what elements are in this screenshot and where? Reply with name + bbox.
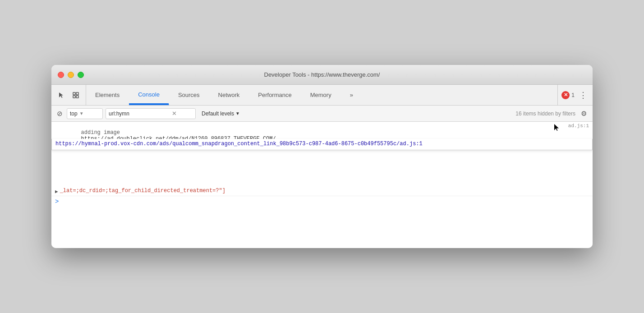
- tab-network[interactable]: Network: [209, 85, 249, 105]
- tab-performance[interactable]: Performance: [249, 85, 301, 105]
- tab-console[interactable]: Console: [129, 85, 169, 105]
- tooltip-url: https://hymnal-prod.vox-cdn.com/ads/qual…: [55, 141, 423, 147]
- error-circle: ✕: [561, 91, 570, 99]
- devtools-window: Developer Tools - https://www.theverge.c…: [51, 65, 593, 248]
- hidden-items-text: 16 items hidden by filters: [515, 110, 575, 117]
- prompt-arrow-icon: >: [55, 198, 59, 205]
- levels-label: Default levels: [202, 110, 234, 117]
- filter-input[interactable]: [109, 110, 172, 117]
- log-prefix: adding image: [81, 129, 120, 136]
- minimize-button[interactable]: [68, 72, 74, 78]
- tab-memory[interactable]: Memory: [301, 85, 341, 105]
- clear-filter-button[interactable]: ✕: [172, 110, 177, 117]
- main-toolbar: Elements Console Sources Network Perform…: [51, 85, 593, 106]
- context-label: top: [70, 110, 78, 117]
- cursor-icon[interactable]: [55, 89, 68, 101]
- tab-more[interactable]: »: [341, 85, 363, 105]
- log-line-2: ▶ _lat=;dc_rdid=;tag_for_child_directed_…: [51, 186, 593, 196]
- log-levels-dropdown[interactable]: Default levels ▼: [198, 108, 243, 119]
- inspect-icon[interactable]: [69, 89, 82, 101]
- levels-arrow-icon: ▼: [235, 111, 240, 116]
- error-count: 1: [571, 92, 575, 98]
- svg-rect-3: [76, 96, 78, 98]
- log-line-2-content: _lat=;dc_rdid=;tag_for_child_directed_tr…: [60, 188, 225, 194]
- window-title: Developer Tools - https://www.theverge.c…: [264, 71, 380, 78]
- toolbar-right: ✕ 1 ⋮: [557, 85, 593, 105]
- log-source-1: ad.js:1: [562, 123, 589, 129]
- mouse-cursor: [554, 124, 560, 133]
- title-bar: Developer Tools - https://www.theverge.c…: [51, 65, 593, 85]
- svg-rect-1: [76, 92, 78, 95]
- filter-input-wrapper: ✕: [106, 108, 196, 119]
- tab-bar: Elements Console Sources Network Perform…: [86, 85, 557, 105]
- tab-sources[interactable]: Sources: [169, 85, 209, 105]
- context-arrow-icon: ▼: [79, 111, 84, 116]
- traffic-lights: [58, 72, 84, 78]
- console-toolbar: ⊘ top ▼ ✕ Default levels ▼ 16 items hidd…: [51, 106, 593, 122]
- console-settings-button[interactable]: ⚙: [578, 108, 589, 119]
- console-output: adding image https://ad.doubleclick.net/…: [51, 122, 593, 248]
- context-selector[interactable]: top ▼: [67, 108, 103, 119]
- toolbar-icon-group: [51, 85, 86, 105]
- svg-rect-2: [73, 96, 75, 98]
- clear-console-button[interactable]: ⊘: [55, 109, 64, 118]
- error-badge[interactable]: ✕ 1: [561, 91, 575, 99]
- console-prompt[interactable]: >: [51, 196, 593, 207]
- close-button[interactable]: [58, 72, 64, 78]
- maximize-button[interactable]: [78, 72, 84, 78]
- more-options-button[interactable]: ⋮: [577, 90, 589, 100]
- svg-rect-0: [73, 92, 75, 95]
- url-tooltip: https://hymnal-prod.vox-cdn.com/ads/qual…: [51, 139, 593, 150]
- expand-arrow-icon[interactable]: ▶: [55, 189, 58, 194]
- tab-elements[interactable]: Elements: [86, 85, 129, 105]
